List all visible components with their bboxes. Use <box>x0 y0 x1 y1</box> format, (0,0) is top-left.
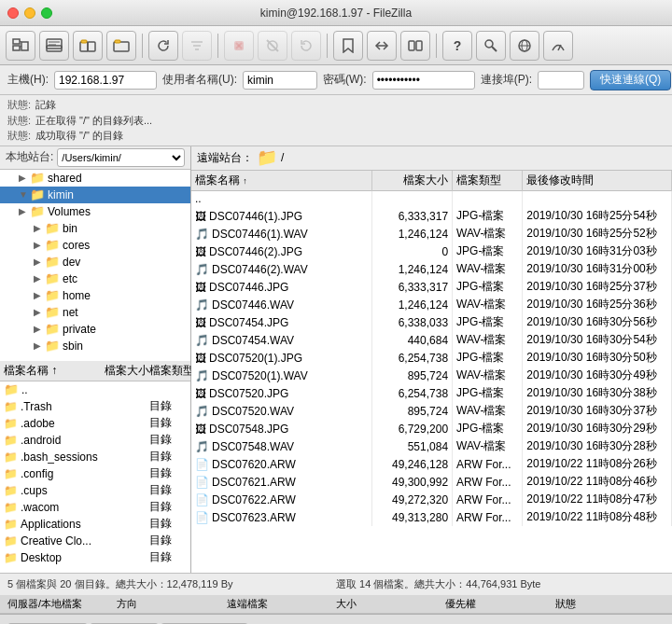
remote-table-row[interactable]: 📄DSC07621.ARW49,300,992ARW For...2019/10… <box>191 473 672 491</box>
local-file-item[interactable]: 📁 .cups 目錄 <box>0 482 190 499</box>
remote-table-row[interactable]: 🖼DSC07520.JPG6,254,738JPG-檔案2019/10/30 1… <box>191 384 672 402</box>
remote-table-row[interactable]: 🎵DSC07520(1).WAV895,724WAV-檔案2019/10/30 … <box>191 367 672 384</box>
remote-table-row[interactable]: 🖼DSC07454.JPG6,338,033JPG-檔案2019/10/30 1… <box>191 313 672 331</box>
remote-table-row[interactable]: 🖼DSC07548.JPG6,729,200JPG-檔案2019/10/30 1… <box>191 420 672 437</box>
remote-table-row[interactable]: 🖼DSC07520(1).JPG6,254,738JPG-檔案2019/10/3… <box>191 349 672 367</box>
folder-icon: 📁 <box>45 271 60 285</box>
local-file-item[interactable]: 📁 Creative Clo... 目錄 <box>0 533 190 549</box>
close-button[interactable] <box>7 7 19 19</box>
folder-icon: 📁 <box>4 551 18 564</box>
local-file-item[interactable]: 📁 .config 目錄 <box>0 465 190 482</box>
port-input[interactable] <box>538 71 584 90</box>
refresh-button[interactable] <box>148 31 178 61</box>
filter-button[interactable] <box>182 31 212 61</box>
toggle-local-button[interactable] <box>73 31 103 61</box>
tree-item-bin[interactable]: ▶ 📁 bin <box>0 220 190 237</box>
remote-table-row[interactable]: 🎵DSC07548.WAV551,084WAV-檔案2019/10/30 16時… <box>191 437 672 455</box>
local-col-size[interactable]: 檔案大小 <box>103 363 149 379</box>
toggle-remote-button[interactable] <box>106 31 136 61</box>
tree-item-volumes[interactable]: ▶ 📁 Volumes <box>0 203 190 220</box>
sync-browse-button[interactable] <box>367 31 397 61</box>
file-type: 目錄 <box>149 465 187 481</box>
local-path-select[interactable]: /Users/kimin/ <box>57 148 185 167</box>
password-input[interactable] <box>372 71 475 90</box>
local-col-name[interactable]: 檔案名稱 ↑ <box>4 363 103 379</box>
local-file-item[interactable]: 📁 .Trash 目錄 <box>0 398 190 415</box>
remote-file-name: 🎵DSC07520.WAV <box>191 402 372 420</box>
tree-item-sbin[interactable]: ▶ 📁 sbin <box>0 338 190 354</box>
remote-file-size: 895,724 <box>372 402 453 420</box>
disconnect-button[interactable] <box>258 31 287 61</box>
tree-item-home[interactable]: ▶ 📁 home <box>0 287 190 304</box>
tree-item-cores[interactable]: ▶ 📁 cores <box>0 237 190 254</box>
local-col-type[interactable]: 檔案類型 <box>149 363 187 379</box>
folder-icon: 📁 <box>45 255 60 269</box>
search-button[interactable] <box>476 31 506 61</box>
site-manager-button[interactable] <box>6 31 35 61</box>
remote-table-row[interactable]: 📄DSC07623.ARW49,313,280ARW For...2019/10… <box>191 508 672 526</box>
remote-file-size: 6,338,033 <box>372 313 453 331</box>
local-file-item[interactable]: 📁 .android 目錄 <box>0 432 190 449</box>
remote-table-row[interactable]: 🎵DSC07446.WAV1,246,124WAV-檔案2019/10/30 1… <box>191 296 672 313</box>
remote-table-row[interactable]: 📄DSC07622.ARW49,272,320ARW For...2019/10… <box>191 491 672 508</box>
col-header-type[interactable]: 檔案類型 <box>453 171 523 191</box>
toggle-message-log-button[interactable] <box>39 31 69 61</box>
tree-item-kimin[interactable]: ▼ 📁 kimin <box>0 187 190 203</box>
local-file-item-applications[interactable]: 📁 Applications 目錄 <box>0 516 190 533</box>
local-file-item[interactable]: 📁 .bash_sessions 目錄 <box>0 449 190 465</box>
tree-item-net[interactable]: ▶ 📁 net <box>0 304 190 321</box>
remote-table-row[interactable]: 🖼DSC07446(2).JPG0JPG-檔案2019/10/30 16時31分… <box>191 243 672 260</box>
compare-dir-button[interactable] <box>400 31 430 61</box>
remote-file-type: JPG-檔案 <box>453 207 523 225</box>
local-file-item[interactable]: 📁 Desktop 目錄 <box>0 549 190 566</box>
remote-table-row[interactable]: .. <box>191 190 672 207</box>
host-label: 主機(H): <box>7 72 49 88</box>
tree-item-dev[interactable]: ▶ 📁 dev <box>0 254 190 270</box>
local-file-list[interactable]: 📁 .. 📁 .Trash 目錄 📁 .adobe 目錄 📁 .android <box>0 381 190 573</box>
file-name: .. <box>21 383 103 396</box>
expand-icon: ▼ <box>19 189 30 200</box>
remote-table-row[interactable]: 🖼DSC07446.JPG6,333,317JPG-檔案2019/10/30 1… <box>191 278 672 296</box>
col-header-size[interactable]: 檔案大小 <box>372 171 453 191</box>
local-tree[interactable]: ▶ 📁 shared ▼ 📁 kimin ▶ 📁 Volumes ▶ 📁 bin… <box>0 170 190 361</box>
remote-file-name: 📄DSC07620.ARW <box>191 455 372 473</box>
username-input[interactable] <box>243 71 317 90</box>
remote-table-row[interactable]: 📄DSC07620.ARW49,246,128ARW For...2019/10… <box>191 455 672 473</box>
remote-file-name: 🎵DSC07454.WAV <box>191 331 372 349</box>
file-name: Applications <box>21 518 103 531</box>
remote-file-size: 1,246,124 <box>372 225 453 243</box>
host-input[interactable] <box>54 71 157 90</box>
tree-item-etc[interactable]: ▶ 📁 etc <box>0 270 190 287</box>
minimize-button[interactable] <box>24 7 35 19</box>
remote-file-table[interactable]: 檔案名稱 ↑ 檔案大小 檔案類型 最後修改時間 ..🖼DSC07446(1).J… <box>191 171 672 573</box>
reconnect-button[interactable] <box>291 31 321 61</box>
col-header-name[interactable]: 檔案名稱 ↑ <box>191 171 372 191</box>
col-header-modified[interactable]: 最後修改時間 <box>523 171 672 191</box>
local-file-item[interactable]: 📁 .. <box>0 381 190 398</box>
speed-button[interactable] <box>543 31 573 61</box>
remote-file-type: ARW For... <box>453 491 523 508</box>
local-file-item[interactable]: 📁 .wacom 目錄 <box>0 499 190 516</box>
main-area: 本地站台: /Users/kimin/ ▶ 📁 shared ▼ 📁 kimin… <box>0 146 672 573</box>
tree-item-shared[interactable]: ▶ 📁 shared <box>0 170 190 187</box>
network-button[interactable] <box>510 31 539 61</box>
file-type: 目錄 <box>149 415 187 431</box>
file-type: 目錄 <box>149 432 187 448</box>
remote-table-row[interactable]: 🎵DSC07446(2).WAV1,246,124WAV-檔案2019/10/3… <box>191 260 672 278</box>
folder-icon: 📁 <box>4 417 18 430</box>
help-button[interactable]: ? <box>442 31 472 61</box>
user-label: 使用者名稱(U): <box>162 72 237 88</box>
remote-table-row[interactable]: 🖼DSC07446(1).JPG6,333,317JPG-檔案2019/10/3… <box>191 207 672 225</box>
stop-button[interactable] <box>224 31 254 61</box>
connect-button[interactable]: 快速連線(Q) <box>590 70 671 90</box>
svg-rect-0 <box>13 39 20 44</box>
file-icon: 🖼 <box>195 281 206 294</box>
bookmark-button[interactable] <box>333 31 363 61</box>
remote-table-row[interactable]: 🎵DSC07520.WAV895,724WAV-檔案2019/10/30 16時… <box>191 402 672 420</box>
maximize-button[interactable] <box>41 7 52 19</box>
remote-panel: 遠端站台： 📁 / 檔案名稱 ↑ 檔案大小 檔案類型 最後修改時間 ..🖼DSC… <box>191 146 672 573</box>
remote-table-row[interactable]: 🎵DSC07446(1).WAV1,246,124WAV-檔案2019/10/3… <box>191 225 672 243</box>
tree-item-private[interactable]: ▶ 📁 private <box>0 321 190 338</box>
local-file-item[interactable]: 📁 .adobe 目錄 <box>0 415 190 432</box>
remote-table-row[interactable]: 🎵DSC07454.WAV440,684WAV-檔案2019/10/30 16時… <box>191 331 672 349</box>
